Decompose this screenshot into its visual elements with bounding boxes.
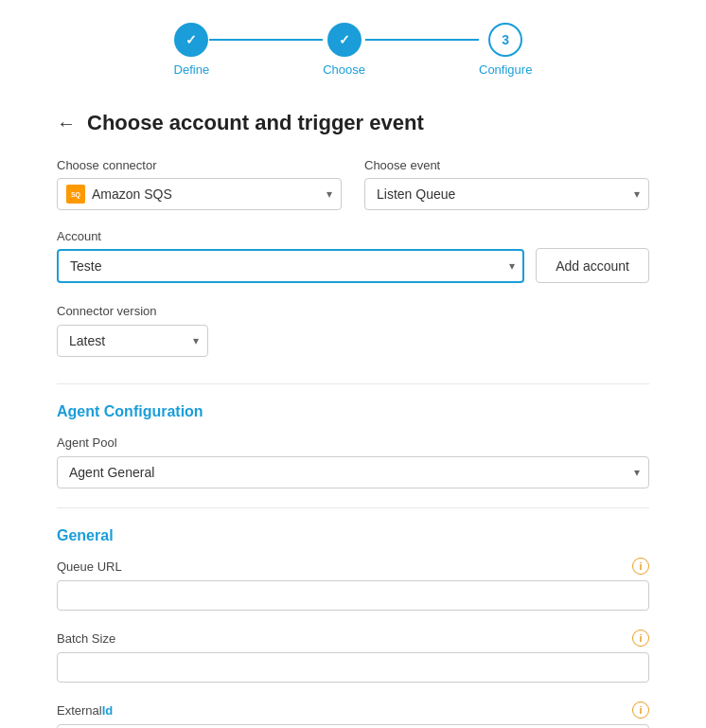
- event-group: Choose event Listen Queue ▾: [364, 158, 649, 210]
- event-label: Choose event: [364, 158, 649, 172]
- checkmark-icon: ✓: [185, 32, 197, 47]
- step-define-label: Define: [174, 62, 210, 77]
- step-choose-label: Choose: [323, 62, 365, 77]
- agent-pool-group: Agent Pool Agent General ▾: [57, 434, 649, 488]
- account-select[interactable]: Teste: [57, 249, 524, 283]
- step-line-1: [209, 39, 323, 41]
- step-configure-label: Configure: [479, 62, 532, 77]
- connector-version-label: Connector version: [57, 304, 157, 318]
- account-label: Account: [57, 229, 524, 243]
- agent-config-section: Agent Configuration Agent Pool Agent Gen…: [57, 403, 649, 488]
- external-id-input[interactable]: [57, 724, 649, 728]
- page-title: Choose account and trigger event: [87, 111, 424, 135]
- connector-group: Choose connector SQ Amazon SQS ▾: [57, 158, 342, 210]
- connector-label: Choose connector: [57, 158, 342, 172]
- queue-url-group: Queue URL i: [57, 558, 649, 611]
- page-header: ← Choose account and trigger event: [0, 92, 706, 158]
- batch-size-header: Batch Size i: [57, 630, 649, 647]
- step-configure-circle: 3: [488, 23, 522, 57]
- form-container: Choose connector SQ Amazon SQS ▾ Choose …: [0, 158, 706, 728]
- connector-event-row: Choose connector SQ Amazon SQS ▾ Choose …: [57, 158, 649, 210]
- amazon-sqs-icon: SQ: [66, 185, 85, 204]
- connector-version-group: Connector version Latest ▾: [57, 302, 649, 357]
- step-define-circle: ✓: [174, 23, 208, 57]
- batch-size-label: Batch Size: [57, 631, 115, 646]
- queue-url-header: Queue URL i: [57, 558, 649, 575]
- account-row: Account Teste ▾ Add account: [57, 229, 649, 283]
- queue-url-info-icon[interactable]: i: [632, 558, 649, 575]
- connector-select-wrapper: SQ Amazon SQS ▾: [57, 178, 342, 210]
- checkmark-icon-2: ✓: [339, 32, 350, 47]
- step-configure: 3 Configure: [479, 23, 532, 77]
- batch-size-info-icon[interactable]: i: [632, 630, 649, 647]
- batch-size-input[interactable]: [57, 652, 649, 683]
- step-configure-number: 3: [502, 32, 509, 47]
- agent-pool-select-wrapper: Agent General ▾: [57, 456, 649, 488]
- step-choose: ✓ Choose: [323, 23, 365, 77]
- step-line-2: [365, 39, 479, 41]
- step-choose-circle: ✓: [327, 23, 362, 57]
- version-select-wrapper: Latest ▾: [57, 325, 208, 357]
- stepper: ✓ Define ✓ Choose 3 Configure: [0, 0, 706, 92]
- external-id-label: ExternalId: [57, 703, 113, 718]
- step-define: ✓ Define: [174, 23, 210, 77]
- account-select-wrapper: Teste ▾: [57, 249, 524, 283]
- connector-select[interactable]: Amazon SQS: [57, 178, 342, 210]
- svg-text:SQ: SQ: [71, 191, 81, 199]
- add-account-button[interactable]: Add account: [536, 248, 649, 283]
- queue-url-input[interactable]: [57, 580, 649, 611]
- agent-pool-select[interactable]: Agent General: [57, 456, 649, 488]
- event-select[interactable]: Listen Queue: [364, 178, 649, 210]
- external-id-group: ExternalId i: [57, 701, 649, 728]
- external-id-header: ExternalId i: [57, 701, 649, 719]
- queue-url-label: Queue URL: [57, 559, 122, 574]
- divider-2: [57, 507, 649, 508]
- connector-version-select[interactable]: Latest: [57, 325, 208, 357]
- event-select-wrapper: Listen Queue ▾: [364, 178, 649, 210]
- divider-1: [57, 383, 649, 384]
- account-group: Account Teste ▾: [57, 229, 524, 283]
- back-button[interactable]: ←: [57, 113, 76, 134]
- external-id-info-icon[interactable]: i: [632, 701, 649, 719]
- general-section: General Queue URL i Batch Size i Externa…: [57, 527, 649, 728]
- general-heading: General: [57, 527, 649, 544]
- agent-pool-label: Agent Pool: [57, 435, 117, 450]
- agent-config-heading: Agent Configuration: [57, 403, 649, 420]
- batch-size-group: Batch Size i: [57, 630, 649, 683]
